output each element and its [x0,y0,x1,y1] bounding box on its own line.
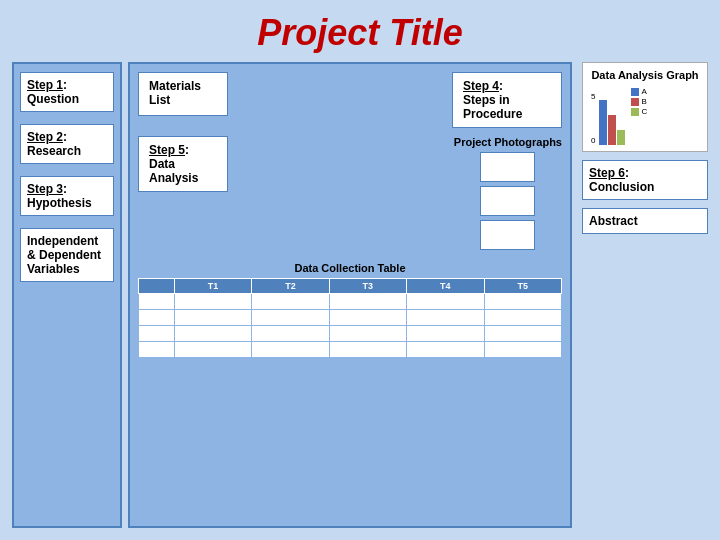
materials-box[interactable]: Materials List [138,72,228,116]
app-container: Project Title Step 1: Question Step 2: R… [0,0,720,540]
legend-label-b: B [641,97,646,106]
step4-box[interactable]: Step 4: Steps in Procedure [452,72,562,128]
project-photos-label: Project Photographs [454,136,562,148]
table-row [139,326,562,342]
step2-box[interactable]: Step 2: Research [20,124,114,164]
legend-color-b [631,98,639,106]
photo-box-3 [480,220,535,250]
right-sidebar: Data Analysis Graph 5 0 [578,62,708,528]
main-content: Step 1: Question Step 2: Research Step 3… [12,62,708,528]
legend-label-a: A [641,87,646,96]
table-header-t4: T4 [407,279,484,294]
photo-box-2 [480,186,535,216]
bar-c [617,130,625,145]
center-middle-row: Step 5: Data Analysis Project Photograph… [138,136,562,250]
chart-y-labels: 5 0 [591,90,595,145]
step1-box[interactable]: Step 1: Question [20,72,114,112]
table-header-t1: T1 [174,279,251,294]
left-sidebar: Step 1: Question Step 2: Research Step 3… [12,62,122,528]
y-label-5: 5 [591,92,595,101]
center-top-row: Materials List Step 4: Steps in Procedur… [138,72,562,128]
data-analysis-section: Data Analysis Graph 5 0 [582,62,708,152]
y-label-0: 0 [591,136,595,145]
center-area: Materials List Step 4: Steps in Procedur… [128,62,572,528]
table-header-empty [139,279,175,294]
legend-label-c: C [641,107,647,116]
data-collection-area: Data Collection Table T1 T2 T3 T4 T5 [138,262,562,358]
table-row [139,294,562,310]
bar-a [599,100,607,145]
title-bar: Project Title [12,12,708,54]
legend-item-a: A [631,87,647,96]
chart-area: 5 0 [589,85,627,145]
bar-group [599,100,625,145]
bar-b [608,115,616,145]
legend-item-b: B [631,97,647,106]
legend-item-c: C [631,107,647,116]
legend-color-c [631,108,639,116]
step6-box[interactable]: Step 6: Conclusion [582,160,708,200]
data-table: T1 T2 T3 T4 T5 [138,278,562,358]
page-title: Project Title [12,12,708,54]
table-row [139,310,562,326]
table-row [139,342,562,358]
legend-color-a [631,88,639,96]
table-header-row: T1 T2 T3 T4 T5 [139,279,562,294]
variables-box[interactable]: Independent & Dependent Variables [20,228,114,282]
project-photos-section: Project Photographs [454,136,562,250]
abstract-box[interactable]: Abstract [582,208,708,234]
data-analysis-title: Data Analysis Graph [589,69,701,81]
step5-box[interactable]: Step 5: Data Analysis [138,136,228,192]
table-header-t2: T2 [252,279,329,294]
data-collection-label: Data Collection Table [138,262,562,274]
table-header-t3: T3 [329,279,406,294]
chart-legend: A B C [631,87,647,145]
table-header-t5: T5 [484,279,561,294]
step3-box[interactable]: Step 3: Hypothesis [20,176,114,216]
photo-box-1 [480,152,535,182]
